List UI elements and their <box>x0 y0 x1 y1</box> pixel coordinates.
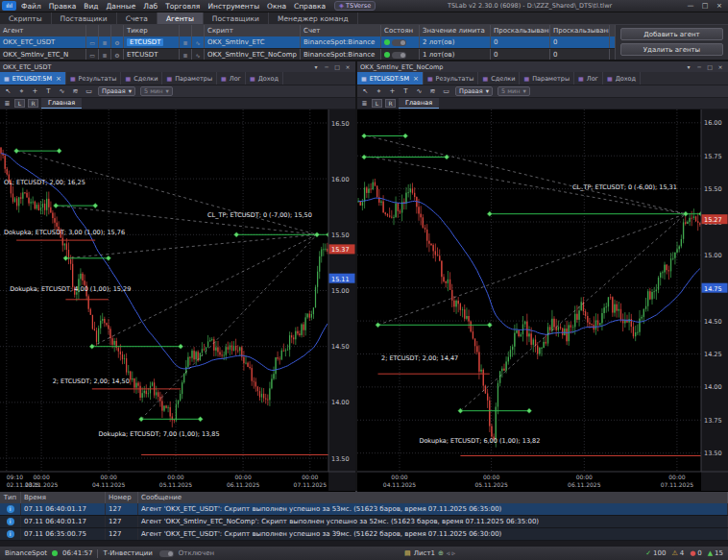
log-row-0[interactable]: i 07.11 06:40:01.17 127 Агент 'OKX_ETC_U… <box>0 503 728 516</box>
sheet-tab[interactable]: ▤ Лист1 ⊕ ◃ ▹ <box>404 549 455 557</box>
timeframe-dropdown[interactable]: 5 мин▾ <box>140 86 173 96</box>
chart-canvas[interactable]: OL; ETCUSDT; 2,00; 16,25Dokupka; ETCUSDT… <box>0 110 355 495</box>
agents-col-6[interactable] <box>192 25 205 37</box>
left-axis-button[interactable]: L <box>14 99 25 108</box>
chart-window-titlebar[interactable]: OKX_Smtlnv_ETC_NoComp ▾─□× <box>357 61 728 72</box>
main-tab-5[interactable]: Менеджер команд <box>269 12 358 24</box>
right-axis-button[interactable]: R <box>385 99 396 108</box>
monitor-icon[interactable]: ▭ <box>86 37 99 48</box>
axis-side-dropdown[interactable]: Правая▾ <box>98 86 135 96</box>
chart-tab-main[interactable]: ▦ETCUSDT:5M× <box>357 72 424 85</box>
panel-control-3[interactable]: × <box>716 62 725 71</box>
panel-control-1[interactable]: ─ <box>694 62 704 71</box>
menu-item-0[interactable]: Файл <box>17 2 45 11</box>
panel-control-3[interactable]: × <box>343 62 352 71</box>
menu-item-2[interactable]: Вид <box>80 2 102 11</box>
log-row-2[interactable]: i 07.11 06:35:00.75 127 Агент 'OKX_ETC_U… <box>0 528 728 541</box>
chart-icon[interactable]: ∿ <box>192 37 205 48</box>
main-tab-2[interactable]: Счета <box>117 12 158 24</box>
list-icon[interactable]: ≣ <box>180 37 192 48</box>
remove-agents-button[interactable]: Удалить агенты <box>620 43 723 56</box>
agents-col-1[interactable] <box>86 25 99 37</box>
gear-icon[interactable]: ⚙ <box>111 37 124 48</box>
tool-icon-4[interactable]: ∿ <box>415 87 424 95</box>
tool-icon-2[interactable]: + <box>388 87 397 95</box>
agent-row-1[interactable]: OKX_Smtlnv_ETC_N ▭ ≣ ⚙ ETCUSDT ≣ ∿ OKX_S… <box>0 49 615 60</box>
log-row-1[interactable]: i 07.11 06:40:01.17 127 Агент 'OKX_Smtln… <box>0 516 728 528</box>
tool-icon-6[interactable]: ▭ <box>85 87 93 95</box>
chart-tab-1[interactable]: ▦Сделки <box>121 72 162 85</box>
list-icon[interactable]: ≣ <box>99 49 111 60</box>
chart-tab-4[interactable]: ▦Доход <box>246 72 283 85</box>
sheet-nav-arrows[interactable]: ◃ ▹ <box>447 549 455 557</box>
agents-col-5[interactable] <box>180 25 192 37</box>
chart-tab-3[interactable]: ▦Лог <box>574 72 603 85</box>
menu-item-1[interactable]: Правка <box>45 2 81 11</box>
panel-control-0[interactable]: ▾ <box>684 62 693 71</box>
tool-icon-4[interactable]: ∿ <box>58 87 66 95</box>
provider2-toggle[interactable] <box>159 550 174 557</box>
tool-icon-3[interactable]: T <box>44 87 53 95</box>
menu-item-5[interactable]: Торговля <box>161 2 204 11</box>
panel-control-1[interactable]: ─ <box>322 62 331 71</box>
chart-tab-4[interactable]: ▦Доход <box>603 72 641 85</box>
agents-col-9[interactable]: Состоян <box>381 25 420 37</box>
close-tab-icon[interactable]: × <box>56 75 61 83</box>
window-control-close[interactable]: × <box>713 1 726 12</box>
menu-item-4[interactable]: Лаб <box>139 2 161 11</box>
axis-side-dropdown[interactable]: Правая▾ <box>455 86 493 96</box>
log-col-2[interactable]: Номер <box>106 492 138 503</box>
gear-icon[interactable]: ⚙ <box>111 49 124 60</box>
menu-item-7[interactable]: Окна <box>263 2 290 11</box>
list-icon[interactable]: ≣ <box>99 37 111 48</box>
log-col-0[interactable]: Тип <box>0 492 21 503</box>
status-counter-1[interactable]: ⚠4 <box>671 549 684 557</box>
menu-item-6[interactable]: Инструменты <box>204 2 263 11</box>
agents-col-2[interactable] <box>99 25 111 37</box>
chart-tab-1[interactable]: ▦Сделки <box>478 72 520 85</box>
tool-icon-5[interactable]: ≋ <box>428 87 437 95</box>
left-axis-button[interactable]: L <box>372 99 382 108</box>
panes-list-icon[interactable]: ≣ <box>3 100 12 108</box>
chart-tab-3[interactable]: ▦Лог <box>217 72 246 85</box>
tool-icon-3[interactable]: T <box>401 87 410 95</box>
pane-tab-main[interactable]: Главная <box>399 98 439 109</box>
agent-state-toggle[interactable] <box>381 37 420 48</box>
pane-tab-main[interactable]: Главная <box>41 98 82 109</box>
main-tab-4[interactable]: Поставщики <box>204 12 269 24</box>
chart-canvas[interactable]: CL_TP; ETCUSDT; 0 (-6,00); 15,312; ETCUS… <box>357 110 728 495</box>
tsverse-button[interactable]: ◈TSVerse <box>334 1 376 11</box>
tool-icon-2[interactable]: + <box>31 87 39 95</box>
right-axis-button[interactable]: R <box>28 99 38 108</box>
panel-control-0[interactable]: ▾ <box>311 62 321 71</box>
tool-icon-0[interactable]: ↖ <box>4 87 12 95</box>
panel-control-2[interactable]: □ <box>705 62 715 71</box>
window-control-minimize[interactable]: — <box>684 1 697 12</box>
status-counter-2[interactable]: ●0 <box>690 549 702 557</box>
menu-item-8[interactable]: Справка <box>290 2 329 11</box>
agents-col-3[interactable] <box>111 25 124 37</box>
agent-row-0[interactable]: OKX_ETC_USDT ▭ ≣ ⚙ ETCUSDT ≣ ∿ OKX_Smtln… <box>0 37 615 49</box>
log-col-3[interactable]: Сообщение <box>138 492 728 503</box>
tool-icon-0[interactable]: ↖ <box>361 87 370 95</box>
agents-col-4[interactable]: Тикер <box>124 25 180 37</box>
status-counter-0[interactable]: ✓100 <box>645 549 666 557</box>
main-tab-1[interactable]: Поставщики <box>52 12 117 24</box>
panes-list-icon[interactable]: ≣ <box>360 100 369 108</box>
main-tab-0[interactable]: Скрипты <box>0 12 52 24</box>
agents-col-8[interactable]: Счет <box>301 25 381 37</box>
add-agent-button[interactable]: Добавить агент <box>620 28 723 40</box>
chart-tab-main[interactable]: ▦ETCUSDT:5M× <box>0 72 66 85</box>
monitor-icon[interactable]: ▭ <box>86 49 99 60</box>
agents-col-0[interactable]: Агент <box>0 25 86 37</box>
log-col-1[interactable]: Время <box>21 492 106 503</box>
list-icon[interactable]: ≣ <box>180 49 192 60</box>
tool-icon-6[interactable]: ▭ <box>442 87 450 95</box>
agents-col-7[interactable]: Скрипт <box>205 25 301 37</box>
agents-col-12[interactable]: Проскальзывани <box>550 25 610 37</box>
close-tab-icon[interactable]: × <box>413 75 419 83</box>
agents-col-10[interactable]: Значение лимита <box>420 25 491 37</box>
main-tab-3[interactable]: Агенты <box>158 12 204 24</box>
chart-tab-2[interactable]: ▦Параметры <box>162 72 217 85</box>
chart-tab-0[interactable]: ▦Результаты <box>66 72 122 85</box>
